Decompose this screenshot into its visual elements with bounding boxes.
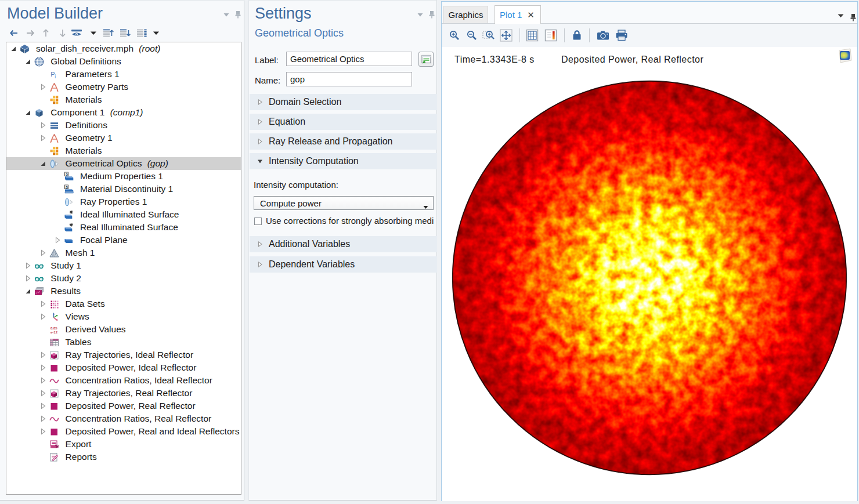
svg-text:D: D bbox=[66, 172, 68, 176]
svg-text:i: i bbox=[55, 73, 56, 79]
svg-text:8.85: 8.85 bbox=[50, 326, 57, 329]
svg-text:e-12: e-12 bbox=[50, 330, 58, 333]
svg-text:D: D bbox=[66, 185, 68, 188]
